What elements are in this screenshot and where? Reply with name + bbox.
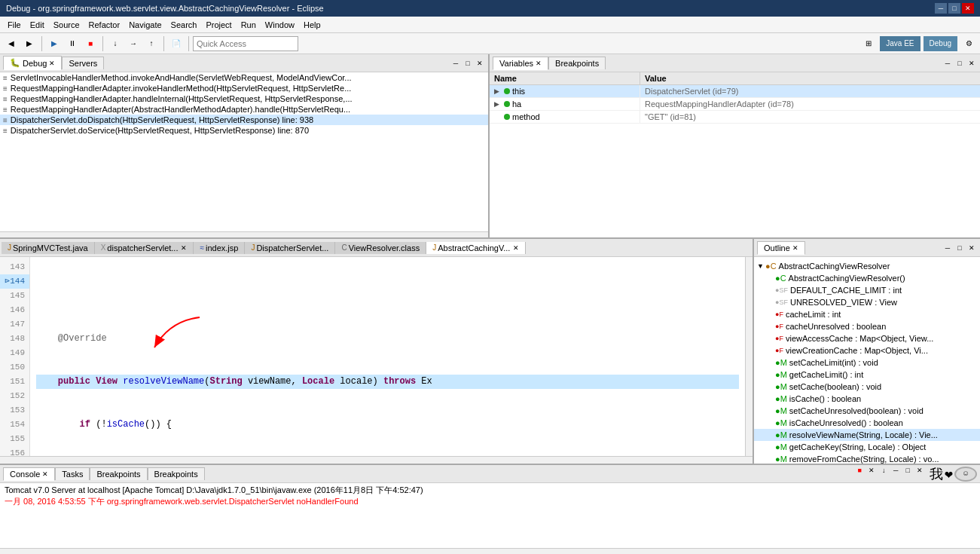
outline-minimize[interactable]: ─ <box>942 243 953 253</box>
tab-abstractcaching[interactable]: J AbstractCachingV... ✕ <box>426 242 526 254</box>
menu-run[interactable]: Run <box>237 19 261 31</box>
toolbar-stop[interactable]: ■ <box>82 35 99 52</box>
close-button[interactable]: ✕ <box>962 3 974 14</box>
console-minimize[interactable]: ─ <box>890 465 901 476</box>
outline-tab-close[interactable]: ✕ <box>792 244 798 252</box>
editor-scrollbar-v[interactable] <box>745 257 753 456</box>
toolbar-suspend[interactable]: ⏸ <box>64 35 81 52</box>
toolbar-back[interactable]: ◀ <box>3 35 20 52</box>
debug-stack[interactable]: ≡ ServletInvocableHandlerMethod.invokeAn… <box>0 72 488 231</box>
console-close[interactable]: ✕ <box>914 465 925 476</box>
editor-scrollbar-h[interactable] <box>0 456 753 464</box>
menu-source[interactable]: Source <box>49 19 84 31</box>
outline-item-9[interactable]: ●M setCache(boolean) : void <box>754 381 980 393</box>
menu-search[interactable]: Search <box>166 19 202 31</box>
toolbar-settings[interactable]: ⚙ <box>960 35 977 52</box>
outline-item-5[interactable]: ●F viewAccessCache : Map<Object, View... <box>754 332 980 344</box>
menu-refactor[interactable]: Refactor <box>84 19 125 31</box>
stack-frame-2[interactable]: ≡ RequestMappingHandlerAdapter.handleInt… <box>0 93 488 104</box>
variables-tab-close[interactable]: ✕ <box>536 60 542 67</box>
vars-row-0[interactable]: ▶ this DispatcherServlet (id=79) <box>490 85 980 98</box>
tab-springmvctest[interactable]: J SpringMVCTest.java <box>2 242 95 254</box>
debug-maximize[interactable]: □ <box>463 58 473 69</box>
console-scrollbar-h[interactable] <box>0 548 980 554</box>
outline-item-15[interactable]: ●M removeFromCache(String, Locale) : vo.… <box>754 453 980 464</box>
code-lines[interactable]: @Override public View resolveViewName(St… <box>30 257 745 456</box>
tab-dispatcherservlet[interactable]: X dispatcherServlet... ✕ <box>95 242 194 254</box>
menu-help[interactable]: Help <box>299 19 325 31</box>
maximize-button[interactable]: □ <box>948 3 960 14</box>
menu-navigate[interactable]: Navigate <box>124 19 166 31</box>
outline-item-1[interactable]: ●SF DEFAULT_CACHE_LIMIT : int <box>754 284 980 296</box>
outline-close[interactable]: ✕ <box>966 243 977 253</box>
expand-arrow-0[interactable]: ▶ <box>494 87 502 95</box>
tab-debug[interactable]: 🐛 Debug ✕ <box>3 56 62 70</box>
tab-variables[interactable]: Variables ✕ <box>493 57 548 70</box>
tab-viewresolver[interactable]: C ViewResolver.class <box>335 242 426 254</box>
stack-frame-5[interactable]: ≡ DispatcherServlet.doService(HttpServle… <box>0 125 488 136</box>
toolbar-step-return[interactable]: ↑ <box>143 35 160 52</box>
quick-access-input[interactable] <box>193 36 298 51</box>
outline-item-12[interactable]: ●M isCacheUnresolved() : boolean <box>754 417 980 429</box>
menu-window[interactable]: Window <box>261 19 299 31</box>
minimize-button[interactable]: ─ <box>935 3 947 14</box>
outline-item-8[interactable]: ●M getCacheLimit() : int <box>754 369 980 381</box>
outline-item-14[interactable]: ●M getCacheKey(String, Locale) : Object <box>754 441 980 453</box>
outline-content[interactable]: ▼ ●C AbstractCachingViewResolver ●C Abst… <box>754 257 980 464</box>
console-maximize[interactable]: □ <box>902 465 913 476</box>
console-content[interactable]: Tomcat v7.0 Server at localhost [Apache … <box>0 483 980 548</box>
outline-item-constructor[interactable]: ●C AbstractCachingViewResolver() <box>754 272 980 284</box>
console-tab-close[interactable]: ✕ <box>42 470 48 478</box>
menu-edit[interactable]: Edit <box>26 19 49 31</box>
outline-item-13[interactable]: ●M resolveViewName(String, Locale) : Vie… <box>754 429 980 441</box>
outline-class-root[interactable]: ▼ ●C AbstractCachingViewResolver <box>754 260 980 272</box>
vars-minimize[interactable]: ─ <box>942 58 953 69</box>
tab-indexjsp[interactable]: ≈ index.jsp <box>194 242 245 254</box>
stack-frame-0[interactable]: ≡ ServletInvocableHandlerMethod.invokeAn… <box>0 72 488 83</box>
outline-item-7[interactable]: ●M setCacheLimit(int) : void <box>754 357 980 369</box>
console-stop[interactable]: ■ <box>854 465 865 476</box>
stack-frame-1[interactable]: ≡ RequestMappingHandlerAdapter.invokeHan… <box>0 83 488 93</box>
code-content: 143 ⊳144 145 146 147 148 149 150 151 152… <box>0 257 753 456</box>
console-scroll[interactable]: ↓ <box>878 465 889 476</box>
java-ee-perspective[interactable]: Java EE <box>880 36 920 51</box>
outline-item-10[interactable]: ●M isCache() : boolean <box>754 393 980 405</box>
outline-item-4[interactable]: ●F cacheUnresolved : boolean <box>754 320 980 332</box>
debug-perspective[interactable]: Debug <box>924 36 957 51</box>
tab-close-5[interactable]: ✕ <box>513 244 519 252</box>
menu-file[interactable]: File <box>3 19 26 31</box>
debug-minimize[interactable]: ─ <box>450 58 461 69</box>
toolbar-new[interactable]: 📄 <box>168 35 185 52</box>
vars-close[interactable]: ✕ <box>966 58 977 69</box>
console-clear[interactable]: ✕ <box>866 465 877 476</box>
expand-arrow-1[interactable]: ▶ <box>494 100 502 108</box>
stack-frame-3[interactable]: ≡ RequestMappingHandlerAdapter(AbstractH… <box>0 104 488 115</box>
tab-breakpoints-1[interactable]: Breakpoints <box>90 467 147 480</box>
toolbar-debug-run[interactable]: ▶ <box>46 35 63 52</box>
menu-project[interactable]: Project <box>201 19 236 31</box>
tab-close-1[interactable]: ✕ <box>181 244 187 252</box>
toolbar-step-into[interactable]: ↓ <box>107 35 124 52</box>
outline-item-3[interactable]: ●F cacheLimit : int <box>754 308 980 320</box>
debug-close[interactable]: ✕ <box>475 58 485 69</box>
debug-scrollbar-h[interactable] <box>0 231 488 237</box>
vars-row-1[interactable]: ▶ ha RequestMappingHandlerAdapter (id=78… <box>490 98 980 111</box>
vars-maximize[interactable]: □ <box>954 58 965 69</box>
vars-row-2[interactable]: method "GET" (id=81) <box>490 111 980 124</box>
outline-maximize[interactable]: □ <box>954 243 965 253</box>
outline-item-6[interactable]: ●F viewCreationCache : Map<Object, Vi... <box>754 344 980 357</box>
outline-item-2[interactable]: ●SF UNRESOLVED_VIEW : View <box>754 296 980 308</box>
outline-item-11[interactable]: ●M setCacheUnresolved(boolean) : void <box>754 405 980 417</box>
tab-outline[interactable]: Outline ✕ <box>757 241 805 255</box>
tab-dispatcherservlet-class[interactable]: J DispatcherServlet... <box>245 242 335 254</box>
tab-tasks[interactable]: Tasks <box>55 467 90 480</box>
toolbar-step-over[interactable]: → <box>125 35 142 52</box>
toolbar-forward[interactable]: ▶ <box>21 35 38 52</box>
tab-breakpoints-2[interactable]: Breakpoints <box>148 467 205 480</box>
toolbar-perspective-icon[interactable]: ⊞ <box>860 35 877 52</box>
debug-tab-close[interactable]: ✕ <box>49 60 55 67</box>
tab-servers[interactable]: Servers <box>62 57 104 69</box>
stack-frame-4[interactable]: ≡ DispatcherServlet.doDispatch(HttpServl… <box>0 115 488 125</box>
tab-breakpoints[interactable]: Breakpoints <box>548 57 606 69</box>
tab-console[interactable]: Console ✕ <box>3 467 55 481</box>
